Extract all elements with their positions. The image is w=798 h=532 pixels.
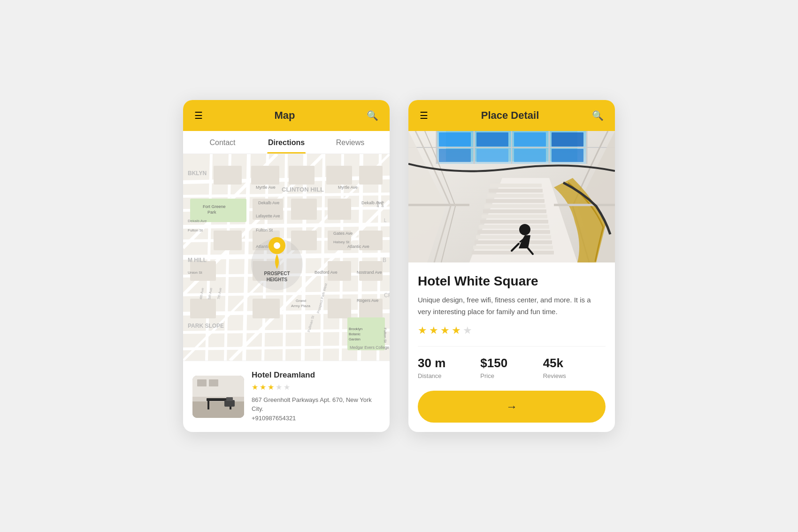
svg-rect-125 [477,230,550,234]
svg-rect-44 [190,299,216,318]
svg-text:Army Plaza: Army Plaza [291,304,310,308]
hotel-info: Hotel Dreamland ★ ★ ★ ★ ★ 867 Greenholt … [252,370,380,423]
svg-text:Ave: Ave [381,201,385,208]
star-5: ★ [284,383,290,392]
svg-text:Bedford Ave: Bedford Ave [315,270,338,275]
svg-rect-128 [482,215,547,218]
stat-reviews: 45k Reviews [543,356,606,379]
svg-rect-113 [439,132,471,146]
svg-text:Fulton St: Fulton St [256,228,273,232]
place-menu-icon[interactable]: ☰ [420,110,428,121]
svg-rect-130 [484,204,545,208]
stat-price-value: $150 [480,356,543,370]
hotel-name: Hotel Dreamland [252,370,380,380]
cta-arrow-icon: → [506,400,517,413]
map-view[interactable]: Fort Greene Park Brooklyn Botanic Garden… [183,154,390,361]
svg-text:Garden: Garden [349,337,361,341]
svg-rect-27 [251,166,279,185]
svg-rect-96 [197,379,207,386]
tab-reviews[interactable]: Reviews [318,131,382,154]
svg-rect-118 [476,149,508,162]
svg-rect-120 [552,149,583,162]
svg-rect-121 [472,251,554,254]
stat-distance-value: 30 m [418,356,480,370]
svg-rect-127 [480,220,548,224]
place-description: Unique design, free wifi, fitness center… [418,294,606,318]
svg-rect-102 [224,400,235,407]
svg-rect-117 [439,149,471,162]
place-stars: ★ ★ ★ ★ ★ [418,324,606,337]
search-icon[interactable]: 🔍 [367,110,378,121]
svg-rect-34 [328,199,351,220]
svg-rect-132 [487,194,544,198]
place-detail-screen: ☰ Place Detail 🔍 [408,100,615,432]
svg-text:Union St: Union St [188,270,202,275]
svg-rect-103 [226,397,233,401]
stat-reviews-label: Reviews [543,372,606,379]
place-star-1: ★ [418,324,427,337]
svg-text:M HILL: M HILL [188,257,207,263]
hotel-thumbnail [192,376,244,418]
place-name: Hotel White Square [418,274,606,289]
place-hero-image [408,131,615,262]
place-star-5: ★ [463,324,472,337]
place-star-4: ★ [452,324,461,337]
svg-text:Fort Greene: Fort Greene [203,204,226,209]
svg-text:BKLYN: BKLYN [188,170,207,177]
svg-rect-100 [207,401,209,409]
place-stats: 30 m Distance $150 Price 45k Reviews [418,346,606,379]
svg-text:Fulton St: Fulton St [383,328,387,343]
place-search-icon[interactable]: 🔍 [592,110,604,121]
tab-contact[interactable]: Contact [191,131,254,154]
svg-text:Dekalb Ave: Dekalb Ave [258,200,279,205]
tab-directions[interactable]: Directions [254,131,318,154]
stat-reviews-value: 45k [543,356,606,370]
svg-text:Grand: Grand [296,299,306,303]
svg-rect-28 [289,166,315,185]
svg-text:Myrtle Ave: Myrtle Ave [256,185,276,190]
star-1: ★ [252,383,258,392]
svg-text:Ave: Ave [376,201,380,208]
map-title: Map [275,109,295,122]
svg-text:PROSPECT: PROSPECT [264,271,290,276]
svg-text:Atlantic Ave: Atlantic Ave [347,244,369,249]
svg-rect-114 [476,132,508,146]
star-2: ★ [260,383,266,392]
svg-rect-139 [408,204,469,206]
svg-rect-46 [328,299,351,318]
svg-text:Brooklyn: Brooklyn [349,327,362,331]
svg-rect-35 [214,231,242,250]
svg-rect-115 [514,132,546,146]
cta-button[interactable]: → [418,391,606,423]
svg-text:Nostrand Ave: Nostrand Ave [357,270,382,275]
svg-rect-33 [291,199,317,220]
svg-rect-134 [490,184,542,187]
menu-icon[interactable]: ☰ [194,110,203,121]
place-title: Place Detail [481,109,539,122]
star-4: ★ [276,383,282,392]
svg-text:Fulton St: Fulton St [188,228,203,232]
svg-line-17 [303,154,305,361]
svg-rect-133 [489,189,543,193]
svg-text:CLINTON HILL: CLINTON HILL [282,186,324,193]
svg-rect-129 [483,209,546,213]
svg-rect-126 [479,225,549,229]
stat-distance: 30 m Distance [418,356,480,379]
map-screen: ☰ Map 🔍 Contact Directions Reviews [183,100,390,432]
svg-text:Rogers Ave: Rogers Ave [357,298,378,303]
svg-text:HEIGHTS: HEIGHTS [267,277,288,282]
place-body: Hotel White Square Unique design, free w… [408,262,615,432]
svg-rect-124 [476,235,551,239]
svg-text:Myrtle Ave: Myrtle Ave [338,185,358,190]
map-topbar: ☰ Map 🔍 [183,100,390,131]
svg-rect-131 [486,199,545,203]
svg-text:Medgar Evers College: Medgar Evers College [350,345,389,350]
star-3: ★ [268,383,274,392]
svg-rect-45 [253,299,280,318]
place-star-2: ★ [429,324,438,337]
svg-rect-119 [514,149,546,162]
svg-point-135 [519,224,530,235]
svg-rect-98 [192,401,244,418]
stat-price: $150 Price [480,356,543,379]
svg-rect-140 [554,204,615,206]
